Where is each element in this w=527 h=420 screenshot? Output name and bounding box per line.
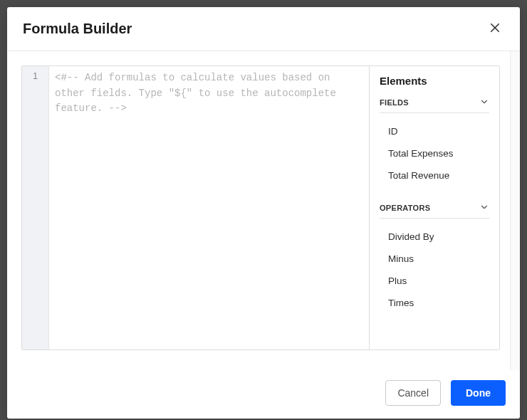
builder-box: 1 <#-- Add formulas to calculate values … (21, 65, 500, 350)
operator-item[interactable]: Minus (388, 248, 489, 270)
modal-header: Formula Builder (7, 7, 520, 51)
chevron-down-icon (479, 202, 489, 214)
elements-title: Elements (380, 75, 489, 87)
field-item[interactable]: Total Revenue (388, 164, 489, 187)
operator-item[interactable]: Times (388, 292, 489, 314)
line-number: 1 (22, 70, 48, 81)
fields-label: FIELDS (380, 98, 409, 107)
close-button[interactable] (486, 19, 504, 39)
cancel-button[interactable]: Cancel (385, 380, 441, 406)
field-item[interactable]: ID (388, 120, 489, 142)
formula-builder-modal: Formula Builder 1 <#-- Add formulas to c… (7, 7, 520, 419)
elements-panel: Elements FIELDS ID Total Expenses Total … (370, 66, 499, 350)
done-button[interactable]: Done (451, 380, 506, 406)
formula-editor[interactable]: <#-- Add formulas to calculate values ba… (49, 66, 370, 350)
operators-label: OPERATORS (380, 204, 430, 212)
operators-section-header[interactable]: OPERATORS (380, 202, 489, 219)
operator-item[interactable]: Plus (388, 270, 489, 292)
fields-section-header[interactable]: FIELDS (380, 97, 489, 113)
chevron-down-icon (479, 97, 489, 108)
operator-item[interactable]: Divided By (388, 226, 489, 248)
operators-list: Divided By Minus Plus Times (380, 226, 489, 314)
close-icon (489, 21, 501, 36)
fields-list: ID Total Expenses Total Revenue (380, 120, 489, 187)
modal-footer: Cancel Done (7, 370, 520, 419)
modal-title: Formula Builder (23, 21, 132, 37)
field-item[interactable]: Total Expenses (388, 142, 489, 164)
modal-body: 1 <#-- Add formulas to calculate values … (7, 51, 520, 370)
line-gutter: 1 (22, 66, 49, 350)
scrollbar-track[interactable] (510, 51, 520, 370)
